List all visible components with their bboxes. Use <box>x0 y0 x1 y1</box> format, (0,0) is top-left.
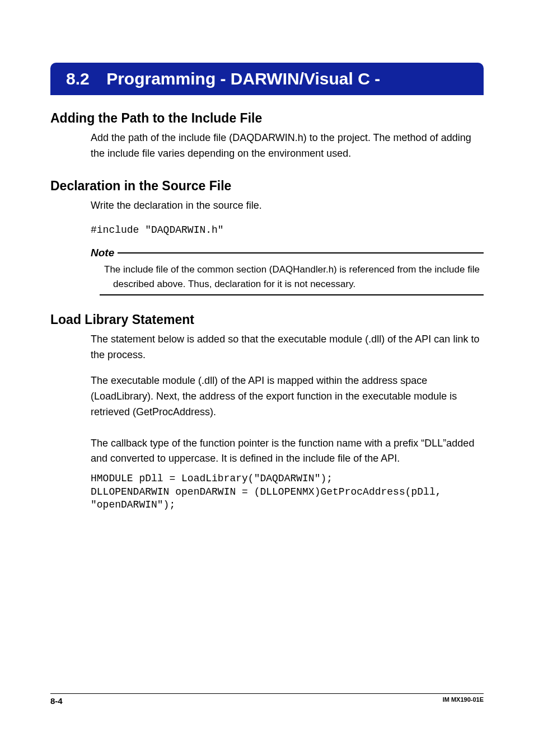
note-block: Note The include file of the common sect… <box>91 247 484 295</box>
note-label-row: Note <box>91 247 484 259</box>
body-text: Write the declaration in the source file… <box>91 198 484 214</box>
document-id: IM MX190-01E <box>443 696 484 703</box>
page-number: 8-4 <box>50 696 63 706</box>
code-block: HMODULE pDll = LoadLibrary("DAQDARWIN");… <box>91 472 484 511</box>
note-body: The include file of the common section (… <box>100 262 484 295</box>
section-header: 8.2 Programming - DARWIN/Visual C - <box>50 63 484 95</box>
subsection-title: Adding the Path to the Include File <box>50 111 484 126</box>
section-title: Programming - DARWIN/Visual C - <box>106 69 380 88</box>
subsection-title: Load Library Statement <box>50 312 484 327</box>
page-footer: 8-4 IM MX190-01E <box>50 693 484 706</box>
page-content: 8.2 Programming - DARWIN/Visual C - Addi… <box>0 0 534 511</box>
note-rule-top <box>118 252 484 253</box>
subsection-declaration: Declaration in the Source File Write the… <box>50 179 484 295</box>
subsection-adding-path: Adding the Path to the Include File Add … <box>50 111 484 162</box>
code-block: #include "DAQDARWIN.h" <box>91 224 484 237</box>
section-number: 8.2 <box>66 69 90 88</box>
subsection-load-library: Load Library Statement The statement bel… <box>50 312 484 511</box>
subsection-title: Declaration in the Source File <box>50 179 484 194</box>
body-text: The statement below is added so that the… <box>91 332 484 363</box>
body-text: The executable module (.dll) of the API … <box>91 373 484 420</box>
body-text: The callback type of the function pointe… <box>91 436 484 467</box>
note-label: Note <box>91 247 114 259</box>
body-text: Add the path of the include file (DAQDAR… <box>91 130 484 162</box>
